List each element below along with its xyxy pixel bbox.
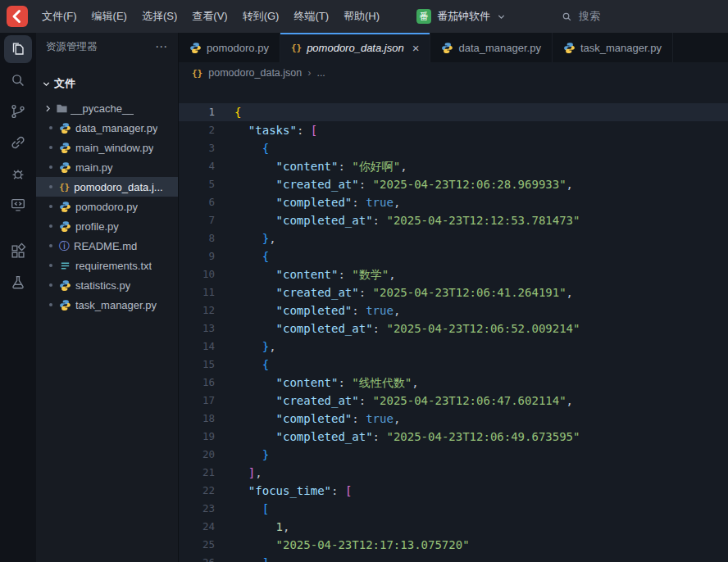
tree-item[interactable]: main_window.py [36,138,178,157]
tree-item[interactable]: __pycache__ [36,98,178,118]
git-status-dot [49,303,52,306]
code-line[interactable]: 17 "created_at": "2025-04-23T12:06:47.60… [179,392,728,410]
activity-references[interactable] [4,129,32,156]
code-line[interactable]: 10 "content": "数学", [179,265,728,283]
titlebar-search[interactable]: 搜索 [561,9,600,24]
code-line[interactable]: 15 { [179,356,728,374]
text-icon [59,260,71,272]
editor-tab[interactable]: task_manager.py [553,33,673,62]
json-icon: {} [59,182,70,193]
activity-debug[interactable] [4,160,32,188]
code-editor[interactable]: 1{2 "tasks": [3 {4 "content": "你好啊",5 "c… [179,84,728,562]
python-icon [59,220,71,233]
code-line[interactable]: 4 "content": "你好啊", [179,157,728,175]
code-line[interactable]: 13 "completed_at": "2025-04-23T12:06:52.… [179,320,728,338]
tree-item[interactable]: pomodoro.py [36,197,178,216]
menu-item[interactable]: 选择(S) [134,6,184,27]
code-text: "completed_at": "2025-04-23T12:12:53.781… [234,211,580,229]
menu-item[interactable]: 查看(V) [184,6,234,27]
activity-testing[interactable] [4,269,32,297]
git-status-dot [49,146,52,149]
code-line[interactable]: 20 } [179,446,728,464]
editor-tab[interactable]: {}pomodoro_data.json× [280,33,431,62]
bug-icon [9,165,27,183]
line-number: 13 [179,320,228,338]
code-line[interactable]: 22 "focus_time": [ [179,482,728,500]
code-line[interactable]: 21 ], [179,464,728,482]
app-logo-icon [7,6,28,27]
code-line[interactable]: 25 "2025-04-23T12:17:13.075720" [179,536,728,554]
tree-item[interactable]: task_manager.py [36,295,178,315]
activity-bar [0,33,36,562]
code-line[interactable]: 8 }, [179,229,728,247]
code-line[interactable]: 19 "completed_at": "2025-04-23T12:06:49.… [179,428,728,446]
breadcrumb-file[interactable]: pomodoro_data.json [208,67,302,79]
git-status-dot [49,224,52,228]
editor-tab[interactable]: data_manager.py [430,33,552,62]
breadcrumb-more[interactable]: ... [316,67,325,79]
code-line[interactable]: 23 [ [179,500,728,518]
file-tree: __pycache__data_manager.pymain_window.py… [36,98,178,315]
code-line[interactable]: 9 { [179,247,728,265]
code-line[interactable]: 6 "completed": true, [179,193,728,211]
menu-item[interactable]: 帮助(H) [336,6,387,27]
command-center[interactable]: 番 番茄钟软件 [408,7,515,26]
activity-source-control[interactable] [4,97,32,125]
git-status-dot [49,185,52,188]
menu-item[interactable]: 终端(T) [286,6,336,27]
line-number: 19 [179,428,228,446]
code-line[interactable]: 26 ], [179,554,728,562]
code-line[interactable]: 12 "completed": true, [179,301,728,320]
code-line[interactable]: 24 1, [179,518,728,536]
activity-remote[interactable] [4,191,32,219]
search-icon [561,11,573,23]
code-lines: 1{2 "tasks": [3 {4 "content": "你好啊",5 "c… [179,103,728,562]
tab-label: task_manager.py [580,42,662,54]
git-status-dot [49,244,52,247]
code-line[interactable]: 11 "created_at": "2025-04-23T12:06:41.26… [179,283,728,301]
tree-item[interactable]: statistics.py [36,275,178,295]
tree-item[interactable]: main.py [36,157,178,177]
tree-item[interactable]: profile.py [36,216,178,236]
code-line[interactable]: 18 "completed": true, [179,410,728,428]
code-line[interactable]: 16 "content": "线性代数", [179,374,728,392]
menu-item[interactable]: 文件(F) [34,6,84,27]
tree-item[interactable]: ⓘREADME.md [36,236,178,256]
file-name: main_window.py [75,142,153,154]
tree-item[interactable]: data_manager.py [36,118,178,138]
menu-item[interactable]: 编辑(E) [84,6,134,27]
code-line[interactable]: 1{ [179,103,728,121]
file-name: statistics.py [75,279,130,292]
line-number: 12 [179,301,228,320]
file-name: pomodoro_data.j... [74,181,162,193]
activity-explorer[interactable] [4,35,32,63]
code-line[interactable]: 7 "completed_at": "2025-04-23T12:12:53.7… [179,211,728,229]
line-number: 26 [179,554,228,562]
chevron-down-icon [41,79,52,89]
line-number: 16 [179,374,228,392]
activity-search[interactable] [4,66,32,94]
section-files[interactable]: 文件 [36,74,178,93]
flask-icon [9,274,27,292]
line-number: 8 [179,229,228,247]
code-line[interactable]: 2 "tasks": [ [179,121,728,139]
activity-extensions[interactable] [4,238,32,265]
close-tab-icon[interactable]: × [412,42,420,54]
line-number: 18 [179,410,228,428]
code-text: "completed": true, [234,193,400,211]
line-number: 9 [179,247,228,265]
code-text: }, [234,338,276,356]
git-status-dot [49,283,52,287]
extensions-icon [9,242,27,261]
more-actions-icon[interactable]: ⋯ [155,39,168,54]
code-line[interactable]: 3 { [179,139,728,157]
python-icon [59,161,71,174]
link-icon [9,134,27,152]
menu-item[interactable]: 转到(G) [235,6,287,27]
tree-item[interactable]: requirements.txt [36,256,178,275]
editor-tab[interactable]: pomodoro.py [179,33,280,62]
tree-item[interactable]: {}pomodoro_data.j... [36,177,178,197]
code-line[interactable]: 14 }, [179,338,728,356]
code-line[interactable]: 5 "created_at": "2025-04-23T12:06:28.969… [179,175,728,193]
file-name: data_manager.py [75,122,157,134]
